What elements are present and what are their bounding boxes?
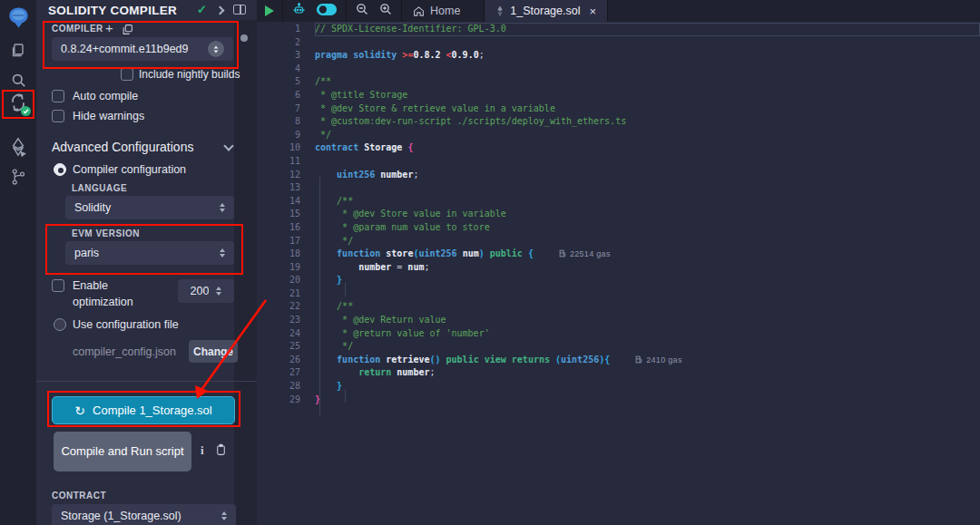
config-file-name: compiler_config.json	[73, 345, 176, 358]
change-config-button[interactable]: Change	[189, 340, 238, 363]
contract-select[interactable]: Storage (1_Storage.sol)	[52, 504, 236, 525]
clipboard-icon[interactable]	[215, 443, 227, 460]
enable-optimization-checkbox[interactable]	[52, 279, 64, 292]
compiler-version-select[interactable]: 0.8.24+commit.e11b9ed9	[52, 37, 233, 61]
line-number: 4	[257, 63, 300, 76]
code-line[interactable]: */	[315, 340, 980, 354]
compile-and-run-button[interactable]: Compile and Run script	[54, 432, 191, 472]
zoom-group	[347, 0, 402, 22]
hide-warnings-checkbox[interactable]	[52, 110, 64, 122]
code-line[interactable]: * @custom:dev-run-script ./scripts/deplo…	[315, 115, 980, 129]
code-line[interactable]	[315, 36, 980, 50]
hide-warnings-label: Hide warnings	[73, 110, 144, 122]
add-compiler-icon[interactable]: +	[105, 20, 113, 35]
use-config-file-radio[interactable]	[54, 318, 66, 331]
code-line[interactable]	[315, 63, 980, 76]
copilot-toggle[interactable]	[316, 3, 338, 20]
compile-button[interactable]: ↻ Compile 1_Storage.sol	[52, 396, 235, 424]
code-line[interactable]: * @title Storage	[315, 89, 980, 102]
panel-scroll-strip[interactable]	[234, 20, 257, 525]
code-line[interactable]: /**	[315, 75, 980, 89]
auto-compile-checkbox[interactable]	[52, 90, 64, 102]
code-line[interactable]: function store(uint256 num) public {2251…	[315, 248, 980, 261]
code-line[interactable]: }	[315, 380, 980, 394]
contract-stepper-icon	[221, 511, 227, 520]
line-number: 1	[257, 23, 300, 36]
code-line[interactable]: */	[315, 129, 980, 142]
code-editor[interactable]: 1234567891011121314151617181920212223242…	[257, 22, 980, 525]
language-select[interactable]: Solidity	[65, 196, 234, 219]
info-icon[interactable]: i	[201, 443, 204, 458]
code-line[interactable]: * @param num value to store	[315, 221, 980, 235]
code-line[interactable]	[315, 155, 980, 169]
code-line[interactable]: * @return value of 'number'	[315, 327, 980, 341]
ai-copilot-icon[interactable]	[291, 2, 307, 20]
code-line[interactable]: */	[315, 235, 980, 248]
evm-version-value: paris	[74, 247, 220, 259]
solidity-compiler-icon[interactable]	[0, 92, 36, 114]
code-line[interactable]	[315, 181, 980, 195]
code-line[interactable]: * @dev Return value	[315, 314, 980, 327]
chevron-right-icon[interactable]	[216, 5, 225, 15]
editor-tabbar: Home 1_Storage.sol ×	[257, 0, 980, 22]
code-line[interactable]: }	[315, 274, 980, 287]
scrollbar-thumb[interactable]	[240, 34, 248, 42]
deploy-run-icon[interactable]	[0, 137, 36, 157]
language-value: Solidity	[74, 201, 220, 214]
line-number: 22	[257, 300, 300, 314]
use-config-file-label: Use configuration file	[73, 318, 179, 331]
panel-title: SOLIDITY COMPILER	[48, 4, 177, 17]
line-number: 21	[257, 287, 300, 301]
collapse-chevron-icon[interactable]	[223, 141, 233, 151]
advanced-configurations-title[interactable]: Advanced Configurations	[52, 140, 193, 154]
remix-logo-icon[interactable]	[0, 5, 36, 30]
compiler-configuration-radio[interactable]	[54, 163, 66, 176]
code-line[interactable]: /**	[315, 300, 980, 314]
search-icon[interactable]	[0, 72, 36, 89]
tab-home-label: Home	[430, 5, 460, 17]
code-line[interactable]: pragma solidity >=0.8.2 <0.9.0;	[315, 49, 980, 63]
optimization-runs-input[interactable]: 200	[178, 279, 234, 303]
file-explorer-icon[interactable]	[0, 42, 36, 60]
tab-home[interactable]: Home	[402, 0, 471, 22]
optimization-runs-value: 200	[191, 285, 210, 297]
compiler-configuration-label: Compiler configuration	[73, 163, 186, 176]
tab-storage-sol[interactable]: 1_Storage.sol ×	[484, 0, 608, 22]
code-line[interactable]: uint256 number;	[315, 169, 980, 182]
ai-group	[283, 0, 347, 22]
line-number: 20	[257, 274, 300, 287]
line-number: 28	[257, 380, 300, 394]
code-line[interactable]: * @dev Store value in variable	[315, 208, 980, 221]
pin-panel-icon[interactable]	[233, 5, 246, 15]
version-stepper-icon	[208, 41, 224, 57]
nightly-builds-checkbox[interactable]	[121, 68, 133, 81]
line-number: 2	[257, 36, 300, 50]
indent-guide	[345, 389, 346, 403]
code-line[interactable]: return number;	[315, 366, 980, 380]
code-line[interactable]: number = num;	[315, 261, 980, 275]
gas-estimate-annotation: 2410 gas	[635, 355, 681, 365]
language-stepper-icon	[220, 203, 225, 212]
activity-bar	[0, 0, 36, 525]
zoom-out-icon[interactable]	[355, 2, 369, 20]
indent-guide	[319, 177, 320, 415]
code-line[interactable]: contract Storage {	[315, 141, 980, 155]
editor-area: Home 1_Storage.sol × 1234567891011121314…	[257, 0, 980, 525]
git-icon[interactable]	[0, 168, 36, 186]
line-number: 6	[257, 89, 300, 102]
evm-version-select[interactable]: paris	[65, 241, 234, 265]
run-script-icon[interactable]	[265, 5, 274, 16]
code-line[interactable]	[315, 287, 980, 301]
code-line[interactable]: * @dev Store & retrieve value in a varia…	[315, 102, 980, 116]
close-tab-icon[interactable]: ×	[589, 5, 596, 18]
line-number: 10	[257, 141, 300, 155]
code-line[interactable]: }	[315, 394, 980, 407]
line-number: 5	[257, 75, 300, 89]
code-line[interactable]: /**	[315, 195, 980, 209]
zoom-in-icon[interactable]	[378, 2, 393, 20]
language-label: LANGUAGE	[72, 183, 127, 193]
code-line[interactable]: function retrieve() public view returns …	[315, 354, 980, 367]
enable-optimization-label: Enable optimization	[73, 277, 151, 310]
code-line[interactable]: // SPDX-License-Identifier: GPL-3.0	[315, 23, 980, 36]
evm-stepper-icon	[220, 248, 225, 258]
